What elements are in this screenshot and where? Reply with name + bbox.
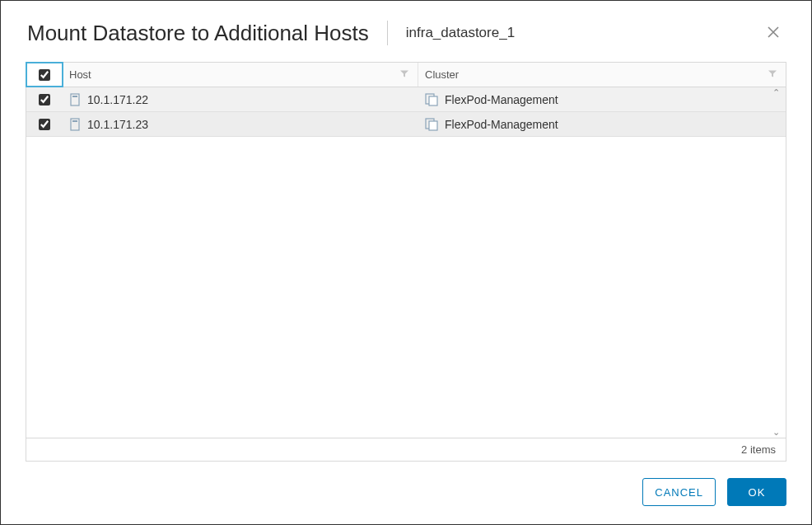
svg-rect-3 — [429, 96, 437, 105]
col-cluster[interactable]: Cluster — [418, 63, 786, 87]
cluster-icon — [425, 93, 438, 106]
hosts-table: Host Cluster 10.1.171.22 — [26, 62, 786, 462]
row-cluster: FlexPod-Management — [445, 118, 558, 131]
row-checkbox[interactable] — [39, 94, 50, 105]
dialog-subtitle: infra_datastore_1 — [406, 25, 515, 41]
chevron-down-icon: ⌄ — [772, 427, 784, 438]
dialog-header: Mount Datastore to Additional Hosts infr… — [1, 1, 811, 62]
row-cluster: FlexPod-Management — [445, 93, 558, 106]
scrollbar-indicator: ⌃ ⌄ — [772, 87, 784, 438]
item-count: 2 items — [26, 438, 786, 461]
col-host[interactable]: Host — [63, 63, 418, 87]
table-row[interactable]: 10.1.171.23 FlexPod-Management — [26, 112, 786, 137]
col-cluster-label: Cluster — [425, 68, 459, 81]
host-icon — [69, 118, 81, 131]
row-host: 10.1.171.23 — [87, 118, 148, 131]
row-host: 10.1.171.22 — [87, 93, 148, 106]
table-body: 10.1.171.22 FlexPod-Management 10.1.171.… — [26, 87, 786, 438]
select-all-cell[interactable] — [26, 63, 63, 87]
title-divider — [387, 21, 388, 45]
host-icon — [69, 93, 81, 106]
button-bar: CANCEL OK — [1, 462, 811, 524]
close-icon[interactable] — [758, 19, 788, 47]
svg-rect-7 — [429, 121, 437, 130]
col-host-label: Host — [69, 68, 91, 81]
dialog-title: Mount Datastore to Additional Hosts — [27, 21, 369, 46]
filter-icon[interactable] — [768, 68, 777, 81]
cluster-icon — [425, 118, 438, 131]
svg-rect-5 — [72, 120, 77, 122]
filter-icon[interactable] — [399, 68, 409, 81]
row-checkbox[interactable] — [39, 119, 50, 130]
select-all-checkbox[interactable] — [39, 69, 50, 81]
cancel-button[interactable]: CANCEL — [642, 478, 716, 506]
ok-button[interactable]: OK — [727, 478, 786, 506]
table-row[interactable]: 10.1.171.22 FlexPod-Management — [26, 87, 786, 112]
table-header: Host Cluster — [26, 63, 786, 87]
svg-rect-1 — [72, 96, 77, 97]
